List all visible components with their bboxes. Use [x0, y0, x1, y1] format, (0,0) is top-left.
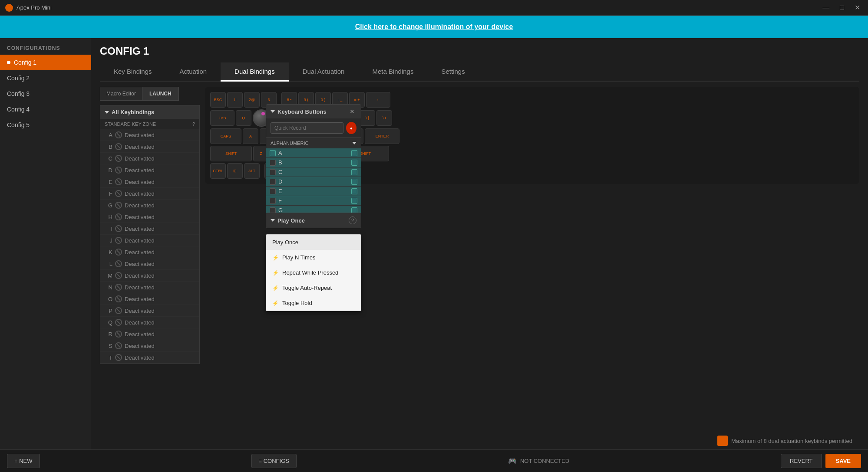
alpha-key-c[interactable]: C	[266, 167, 361, 177]
keyboard-buttons-popup[interactable]: Keyboard Buttons ✕ ● ALPHANUMERIC	[266, 104, 361, 225]
key-a[interactable]: A	[243, 128, 258, 144]
key-1[interactable]: 1!	[227, 92, 243, 108]
alpha-key-a[interactable]: A	[266, 148, 361, 158]
key-row-q[interactable]: Q Deactivated	[100, 317, 199, 328]
alpha-checkbox-d[interactable]	[270, 179, 276, 185]
play-once-collapse-icon[interactable]	[271, 219, 275, 222]
key-esc[interactable]: ESC	[210, 92, 226, 108]
key-letter-c: C	[104, 155, 112, 162]
launch-button[interactable]: LAUNCH	[142, 87, 179, 101]
key-tab[interactable]: TAB	[210, 110, 234, 126]
zone-help-icon[interactable]: ?	[192, 121, 195, 127]
kb-close-button[interactable]: ✕	[348, 108, 356, 115]
alpha-checkbox-b[interactable]	[270, 160, 276, 166]
key-row-t[interactable]: T Deactivated	[100, 352, 199, 364]
key-row-h[interactable]: H Deactivated	[100, 211, 199, 223]
alpha-right-checkbox-c[interactable]	[351, 169, 357, 175]
alpha-key-e[interactable]: E	[266, 187, 361, 196]
illumination-link[interactable]: Click here to change illumination of you…	[355, 23, 513, 31]
alpha-right-checkbox-f[interactable]	[351, 198, 357, 204]
illumination-banner[interactable]: Click here to change illumination of you…	[0, 16, 868, 38]
sidebar-item-config-5[interactable]: Config 5	[0, 117, 91, 133]
key-row-l[interactable]: L Deactivated	[100, 258, 199, 270]
dropdown-item-play-n[interactable]: ⚡ Play N Times	[266, 250, 361, 265]
key-status-i: Deactivated	[125, 226, 155, 232]
key-row-k[interactable]: K Deactivated	[100, 246, 199, 258]
tab-actuation[interactable]: Actuation	[166, 62, 221, 82]
key-row-g[interactable]: G Deactivated	[100, 200, 199, 211]
config-2-label: Config 2	[7, 75, 30, 82]
alpha-key-b[interactable]: B	[266, 158, 361, 167]
alpha-right-checkbox-b[interactable]	[351, 160, 357, 166]
play-once-popup[interactable]: Play Once ?	[266, 213, 361, 228]
tab-settings[interactable]: Settings	[427, 62, 479, 82]
close-button[interactable]: ✕	[852, 3, 863, 13]
key-row-c[interactable]: C Deactivated	[100, 153, 199, 164]
tab-key-bindings[interactable]: Key Bindings	[100, 62, 166, 82]
maximize-button[interactable]: □	[837, 3, 847, 13]
dropdown-item-play-once[interactable]: Play Once	[266, 235, 361, 250]
key-row-r[interactable]: R Deactivated	[100, 328, 199, 340]
kb-popup-title-row: Keyboard Buttons	[271, 108, 327, 115]
sidebar-item-config-3[interactable]: Config 3	[0, 86, 91, 102]
save-button[interactable]: SAVE	[825, 454, 861, 468]
alpha-right-checkbox-a[interactable]	[351, 150, 357, 156]
kb-popup-collapse-icon[interactable]	[271, 110, 275, 113]
key-row-s[interactable]: S Deactivated	[100, 340, 199, 352]
config-1-label: Config 1	[14, 59, 36, 66]
key-row-m[interactable]: M Deactivated	[100, 270, 199, 282]
alpha-checkbox-f[interactable]	[270, 198, 276, 204]
key-row-n[interactable]: N Deactivated	[100, 282, 199, 293]
key-row-d[interactable]: D Deactivated	[100, 164, 199, 176]
macro-editor-button[interactable]: Macro Editor	[100, 87, 142, 101]
configs-button[interactable]: ≡ CONFIGS	[251, 454, 297, 468]
kb-record-button[interactable]: ●	[346, 122, 356, 134]
key-ctrl-l[interactable]: CTRL	[210, 163, 226, 179]
alphanumeric-header: ALPHANUMERIC	[266, 138, 361, 148]
sidebar-item-config-2[interactable]: Config 2	[0, 70, 91, 86]
tab-dual-actuation[interactable]: Dual Actuation	[289, 62, 359, 82]
dropdown-list[interactable]: Play Once ⚡ Play N Times ⚡ Repeat While …	[266, 234, 361, 311]
tab-dual-bindings[interactable]: Dual Bindings	[221, 62, 289, 82]
key-enter[interactable]: ENTER	[365, 128, 399, 144]
key-q[interactable]: Q	[236, 110, 251, 126]
key-row-o[interactable]: O Deactivated	[100, 293, 199, 305]
key-shift-l[interactable]: SHIFT	[210, 146, 252, 161]
key-row-j[interactable]: J Deactivated	[100, 235, 199, 246]
key-ins[interactable]: \ I	[376, 110, 392, 126]
dropdown-item-toggle-hold[interactable]: ⚡ Toggle Hold	[266, 295, 361, 311]
key-win-l[interactable]: ⊞	[227, 163, 243, 179]
alpha-key-f[interactable]: F	[266, 196, 361, 206]
alpha-key-d[interactable]: D	[266, 177, 361, 187]
alphanumeric-expand-icon[interactable]	[352, 142, 356, 144]
play-once-help-icon[interactable]: ?	[349, 216, 356, 224]
key-caps[interactable]: CAPS	[210, 128, 241, 144]
alpha-right-checkbox-d[interactable]	[351, 179, 357, 185]
tab-meta-bindings[interactable]: Meta Bindings	[358, 62, 427, 82]
key-backslash[interactable]: \ |	[360, 110, 375, 126]
key-alt-l[interactable]: ALT	[244, 163, 260, 179]
alpha-checkbox-a[interactable]	[270, 150, 276, 156]
dropdown-item-toggle-auto[interactable]: ⚡ Toggle Auto-Repeat	[266, 280, 361, 295]
key-row-b[interactable]: B Deactivated	[100, 141, 199, 153]
key-2[interactable]: 2@	[244, 92, 260, 108]
dropdown-item-repeat[interactable]: ⚡ Repeat While Pressed	[266, 265, 361, 280]
revert-button[interactable]: REVERT	[781, 454, 822, 468]
key-letter-f: F	[104, 190, 112, 197]
alpha-checkbox-e[interactable]	[270, 188, 276, 194]
key-row-i[interactable]: I Deactivated	[100, 223, 199, 235]
keybindings-header[interactable]: All Keybindings	[100, 105, 199, 119]
alpha-checkbox-c[interactable]	[270, 169, 276, 175]
knob-dot	[261, 112, 265, 115]
alpha-right-checkbox-e[interactable]	[351, 188, 357, 194]
kb-quick-record-input[interactable]	[271, 122, 343, 134]
key-row-e[interactable]: E Deactivated	[100, 176, 199, 188]
key-row-f[interactable]: F Deactivated	[100, 188, 199, 200]
new-button[interactable]: + NEW	[7, 454, 40, 468]
key-row-a[interactable]: A Deactivated	[100, 129, 199, 141]
sidebar-item-config-4[interactable]: Config 4	[0, 102, 91, 117]
key-backspace[interactable]: ←	[366, 92, 390, 108]
minimize-button[interactable]: —	[820, 3, 832, 13]
sidebar-item-config-1[interactable]: Config 1	[0, 55, 91, 70]
key-row-p[interactable]: P Deactivated	[100, 305, 199, 317]
